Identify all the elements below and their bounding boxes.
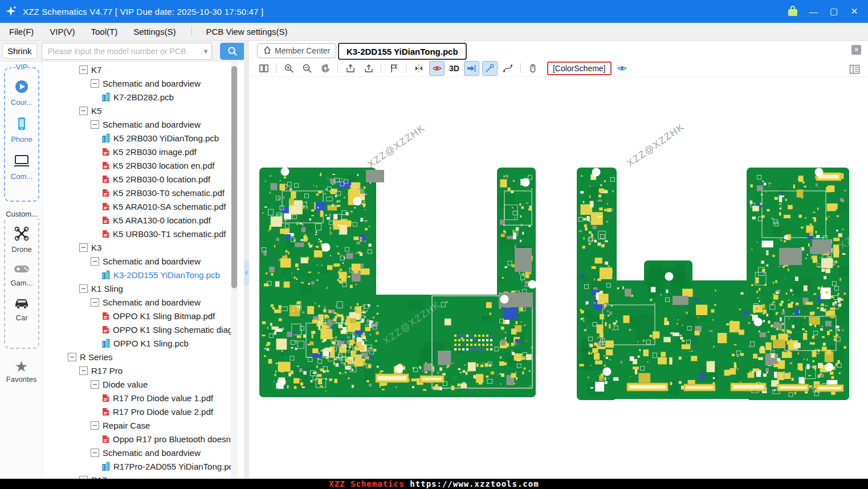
menu-settingss[interactable]: Settings(S) (133, 27, 176, 36)
tree-item[interactable]: K5 2RB030 location en.pdf (43, 158, 244, 172)
measure-line-icon[interactable] (482, 61, 498, 76)
sidebar-item-computer[interactable]: Com... (11, 153, 32, 181)
tree-item[interactable]: Oppo R17 pro Bluetooth doesn (43, 432, 244, 446)
tree-item[interactable]: K5 (43, 104, 244, 117)
pcb-file-icon (102, 462, 110, 471)
tree-item[interactable]: K5 2RB030 YiDianTong.pcb (43, 131, 244, 145)
tree-collapse-toggle[interactable] (91, 449, 99, 457)
tree-item[interactable]: K3-2DD155 YiDianTong.pcb (43, 268, 244, 282)
tree-collapse-toggle[interactable] (91, 257, 99, 266)
tree-item[interactable]: OPPO K1 Sling Bitmap.pdf (43, 309, 244, 323)
jump-arrow-icon[interactable] (464, 61, 479, 76)
model-search-combobox[interactable]: ▼ (42, 43, 213, 60)
export-top-icon[interactable] (343, 61, 358, 76)
sidebar-item-course[interactable]: Cour... (11, 79, 32, 107)
tree-item[interactable]: K5 2RB030-0 location.pdf (43, 172, 244, 186)
tree-collapse-toggle[interactable] (79, 107, 88, 115)
tree-item[interactable]: R17 Pro Diode value 1.pdf (43, 391, 244, 405)
layers-panel-icon[interactable] (847, 62, 862, 76)
diode-mode-eye-icon[interactable] (429, 61, 445, 76)
sidebar-item-favorites[interactable]: ★ Favorites (0, 359, 43, 384)
tree-item[interactable]: K7-2BD282.pcb (43, 90, 244, 104)
split-view-icon[interactable] (256, 61, 271, 76)
sidebar-item-drone[interactable]: Drone (11, 226, 31, 254)
search-row: Shrink ▼ (0, 41, 245, 62)
tree-item[interactable]: K1 Sling (43, 282, 244, 295)
tree-item-label: K5 2RB030 YiDianTong.pcb (113, 133, 219, 143)
tree-collapse-toggle[interactable] (91, 421, 99, 430)
collapse-panel-handle[interactable]: ‹ (244, 259, 249, 286)
tree-item[interactable]: Schematic and boardview (43, 117, 244, 131)
tree-item[interactable]: K3 (43, 241, 244, 254)
tree-item[interactable]: R17Pro-2AD055 YiDianTong.pcl (43, 459, 244, 473)
tree-item[interactable]: Schematic and boardview (43, 254, 244, 268)
tab-active-pcb[interactable]: K3-2DD155 YiDianTong.pcb (338, 43, 467, 60)
pcb-file-icon (102, 270, 110, 279)
threed-view-button[interactable]: 3D (447, 64, 461, 73)
maximize-button[interactable]: ▢ (826, 3, 842, 19)
pdf-file-icon (102, 408, 109, 416)
menu-toolt[interactable]: Tool(T) (91, 27, 118, 36)
sidebar-item-game[interactable]: Gam... (10, 263, 32, 287)
tree-collapse-toggle[interactable] (79, 366, 88, 375)
reset-view-icon[interactable] (317, 61, 333, 76)
tree-item[interactable]: Repair Case (43, 418, 244, 432)
sidebar-item-label: Gam... (10, 279, 32, 287)
tree-collapse-toggle[interactable] (91, 79, 99, 88)
tree-item[interactable]: K5 2RB030 image.pdf (43, 145, 244, 158)
tree-item[interactable]: K5 2RB030-T0 schematic.pdf (43, 186, 244, 199)
close-button[interactable]: ✕ (846, 3, 862, 19)
mouse-icon[interactable] (525, 61, 541, 76)
tree-collapse-toggle[interactable] (79, 243, 88, 252)
tree-item[interactable]: K5 ARA130-0 location.pdf (43, 213, 244, 227)
tree-item[interactable]: K7 (43, 63, 244, 76)
curve-tool-icon[interactable] (500, 61, 516, 76)
tree-item[interactable]: R Series (43, 350, 244, 364)
tree-item-label: Schematic and boardview (103, 256, 201, 266)
tree-collapse-toggle[interactable] (79, 66, 88, 74)
tree-collapse-toggle[interactable] (91, 380, 99, 389)
sidebar-item-phone[interactable]: Phone (11, 116, 32, 144)
colorscheme-button[interactable]: [ColorScheme] (547, 62, 612, 75)
tree-item-label: R17 Pro (91, 366, 123, 376)
tree-item[interactable]: R17 (43, 473, 244, 479)
vip-section-label: -VIP- (11, 63, 32, 71)
vip-store-icon[interactable] (785, 3, 801, 19)
tree-item-label: K5 2RB030-T0 schematic.pdf (113, 188, 225, 198)
menu-filef[interactable]: File(F) (9, 27, 34, 36)
tree-scrollbar[interactable] (231, 62, 238, 479)
zoom-in-icon[interactable] (281, 61, 296, 76)
minimize-button[interactable]: — (805, 3, 821, 19)
sidebar-item-car[interactable]: Car (13, 296, 30, 322)
tree-collapse-toggle[interactable] (91, 120, 99, 129)
shrink-button[interactable]: Shrink (2, 43, 37, 59)
chevron-down-icon[interactable]: ▼ (200, 48, 211, 55)
tree-collapse-toggle[interactable] (91, 298, 99, 307)
tree-item[interactable]: OPPO K1 Sling Schematic diagr (43, 323, 244, 336)
tree-collapse-toggle[interactable] (68, 353, 76, 361)
search-button[interactable] (220, 43, 245, 60)
visibility-eye-icon[interactable] (614, 61, 630, 76)
tree-item[interactable]: K5 ARA010-SA schematic.pdf (43, 199, 244, 213)
member-center-button[interactable]: Member Center (257, 43, 336, 58)
mirror-flip-icon[interactable] (411, 61, 426, 76)
close-document-icon[interactable]: ✕ (851, 45, 861, 55)
tree-item[interactable]: Schematic and boardview (43, 295, 244, 309)
export-bottom-icon[interactable] (361, 61, 376, 76)
flip-flag-icon[interactable] (386, 61, 401, 76)
menu-vipv[interactable]: VIP(V) (50, 27, 75, 36)
pcb-viewport[interactable]: XZZ@XZZHKXZZ@XZZHKXZZ@XZZHKXZZ@XZZHK (249, 77, 868, 479)
statusbar-url[interactable]: https://www.xzztools.com (410, 479, 539, 488)
zoom-out-icon[interactable] (299, 61, 315, 76)
menu-pcbviewsettingss[interactable]: PCB View settings(S) (191, 27, 287, 36)
tree-item[interactable]: K5 URB030-T1 schematic.pdf (43, 227, 244, 241)
tree-item[interactable]: OPPO K1 Sling.pcb (43, 336, 244, 350)
tree-item[interactable]: R17 Pro (43, 364, 244, 377)
tree-scrollbar-thumb[interactable] (231, 66, 237, 288)
tree-item[interactable]: R17 Pro Diode value 2.pdf (43, 405, 244, 418)
tree-collapse-toggle[interactable] (79, 284, 88, 293)
tree-item[interactable]: Schematic and boardview (43, 76, 244, 90)
tree-item[interactable]: Schematic and boardview (43, 446, 244, 459)
tree-item[interactable]: Diode value (43, 377, 244, 391)
search-input[interactable] (47, 44, 201, 59)
